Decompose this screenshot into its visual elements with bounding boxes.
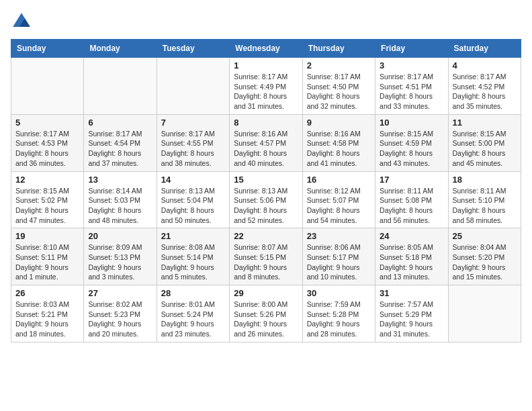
day-detail: Sunrise: 8:17 AM Sunset: 4:52 PM Dayligh… [453, 72, 517, 111]
col-header-thursday: Thursday [302, 40, 375, 58]
day-number: 25 [453, 231, 517, 241]
day-detail: Sunrise: 8:08 AM Sunset: 5:14 PM Dayligh… [161, 242, 225, 282]
day-cell-3: 3Sunrise: 8:17 AM Sunset: 4:51 PM Daylig… [375, 58, 448, 115]
day-number: 3 [380, 60, 443, 71]
day-cell-26: 26Sunrise: 8:03 AM Sunset: 5:21 PM Dayli… [11, 285, 84, 342]
day-detail: Sunrise: 8:14 AM Sunset: 5:03 PM Dayligh… [88, 186, 152, 226]
day-cell-23: 23Sunrise: 8:06 AM Sunset: 5:17 PM Dayli… [302, 228, 375, 285]
empty-cell [157, 58, 229, 115]
day-detail: Sunrise: 8:17 AM Sunset: 4:53 PM Dayligh… [15, 129, 79, 169]
week-row-3: 12Sunrise: 8:15 AM Sunset: 5:02 PM Dayli… [11, 171, 521, 228]
logo [11, 11, 35, 32]
day-detail: Sunrise: 8:10 AM Sunset: 5:11 PM Dayligh… [15, 242, 79, 282]
day-cell-15: 15Sunrise: 8:13 AM Sunset: 5:06 PM Dayli… [230, 171, 302, 228]
week-row-2: 5Sunrise: 8:17 AM Sunset: 4:53 PM Daylig… [11, 114, 521, 171]
day-detail: Sunrise: 8:15 AM Sunset: 5:00 PM Dayligh… [453, 129, 517, 169]
day-cell-18: 18Sunrise: 8:11 AM Sunset: 5:10 PM Dayli… [448, 171, 521, 228]
day-cell-14: 14Sunrise: 8:13 AM Sunset: 5:04 PM Dayli… [157, 171, 229, 228]
day-cell-21: 21Sunrise: 8:08 AM Sunset: 5:14 PM Dayli… [157, 228, 229, 285]
day-number: 28 [161, 288, 225, 298]
day-number: 4 [453, 60, 517, 71]
day-detail: Sunrise: 7:59 AM Sunset: 5:28 PM Dayligh… [307, 300, 371, 339]
day-detail: Sunrise: 8:17 AM Sunset: 4:50 PM Dayligh… [307, 72, 371, 111]
day-detail: Sunrise: 8:13 AM Sunset: 5:06 PM Dayligh… [234, 186, 298, 226]
day-detail: Sunrise: 8:02 AM Sunset: 5:23 PM Dayligh… [88, 300, 152, 339]
week-row-1: 1Sunrise: 8:17 AM Sunset: 4:49 PM Daylig… [11, 58, 521, 115]
day-number: 6 [88, 118, 152, 128]
day-detail: Sunrise: 8:16 AM Sunset: 4:58 PM Dayligh… [307, 129, 371, 169]
day-detail: Sunrise: 8:17 AM Sunset: 4:49 PM Dayligh… [234, 72, 298, 111]
day-detail: Sunrise: 8:17 AM Sunset: 4:51 PM Dayligh… [380, 72, 443, 111]
day-number: 31 [380, 288, 443, 298]
day-detail: Sunrise: 8:03 AM Sunset: 5:21 PM Dayligh… [15, 300, 79, 339]
day-number: 29 [234, 288, 298, 298]
day-number: 27 [88, 288, 152, 298]
week-row-5: 26Sunrise: 8:03 AM Sunset: 5:21 PM Dayli… [11, 285, 521, 342]
day-detail: Sunrise: 8:07 AM Sunset: 5:15 PM Dayligh… [234, 242, 298, 282]
day-detail: Sunrise: 7:57 AM Sunset: 5:29 PM Dayligh… [380, 300, 443, 339]
day-cell-12: 12Sunrise: 8:15 AM Sunset: 5:02 PM Dayli… [11, 171, 84, 228]
day-cell-7: 7Sunrise: 8:17 AM Sunset: 4:55 PM Daylig… [157, 114, 229, 171]
day-number: 12 [15, 175, 79, 185]
day-cell-9: 9Sunrise: 8:16 AM Sunset: 4:58 PM Daylig… [302, 114, 375, 171]
day-cell-31: 31Sunrise: 7:57 AM Sunset: 5:29 PM Dayli… [375, 285, 448, 342]
day-cell-27: 27Sunrise: 8:02 AM Sunset: 5:23 PM Dayli… [84, 285, 157, 342]
col-header-friday: Friday [375, 40, 448, 58]
day-number: 20 [88, 231, 152, 241]
day-cell-25: 25Sunrise: 8:04 AM Sunset: 5:20 PM Dayli… [448, 228, 521, 285]
day-detail: Sunrise: 8:15 AM Sunset: 5:02 PM Dayligh… [15, 186, 79, 226]
col-header-monday: Monday [84, 40, 157, 58]
col-header-wednesday: Wednesday [230, 40, 302, 58]
day-cell-10: 10Sunrise: 8:15 AM Sunset: 4:59 PM Dayli… [375, 114, 448, 171]
day-number: 16 [307, 175, 371, 185]
empty-cell [84, 58, 157, 115]
day-cell-5: 5Sunrise: 8:17 AM Sunset: 4:53 PM Daylig… [11, 114, 84, 171]
day-number: 13 [88, 175, 152, 185]
day-detail: Sunrise: 8:13 AM Sunset: 5:04 PM Dayligh… [161, 186, 225, 226]
day-detail: Sunrise: 8:01 AM Sunset: 5:24 PM Dayligh… [161, 300, 225, 339]
day-cell-11: 11Sunrise: 8:15 AM Sunset: 5:00 PM Dayli… [448, 114, 521, 171]
day-number: 15 [234, 175, 298, 185]
empty-cell [11, 58, 84, 115]
day-number: 19 [15, 231, 79, 241]
day-detail: Sunrise: 8:05 AM Sunset: 5:18 PM Dayligh… [380, 242, 443, 282]
day-number: 26 [15, 288, 79, 298]
day-cell-19: 19Sunrise: 8:10 AM Sunset: 5:11 PM Dayli… [11, 228, 84, 285]
day-cell-16: 16Sunrise: 8:12 AM Sunset: 5:07 PM Dayli… [302, 171, 375, 228]
day-number: 7 [161, 118, 225, 128]
day-number: 2 [307, 60, 371, 71]
day-cell-2: 2Sunrise: 8:17 AM Sunset: 4:50 PM Daylig… [302, 58, 375, 115]
day-detail: Sunrise: 8:06 AM Sunset: 5:17 PM Dayligh… [307, 242, 371, 282]
day-cell-17: 17Sunrise: 8:11 AM Sunset: 5:08 PM Dayli… [375, 171, 448, 228]
day-cell-8: 8Sunrise: 8:16 AM Sunset: 4:57 PM Daylig… [230, 114, 302, 171]
day-number: 21 [161, 231, 225, 241]
day-cell-4: 4Sunrise: 8:17 AM Sunset: 4:52 PM Daylig… [448, 58, 521, 115]
day-number: 18 [453, 175, 517, 185]
day-detail: Sunrise: 8:17 AM Sunset: 4:55 PM Dayligh… [161, 129, 225, 169]
day-detail: Sunrise: 8:04 AM Sunset: 5:20 PM Dayligh… [453, 242, 517, 282]
day-number: 8 [234, 118, 298, 128]
day-detail: Sunrise: 8:12 AM Sunset: 5:07 PM Dayligh… [307, 186, 371, 226]
day-cell-29: 29Sunrise: 8:00 AM Sunset: 5:26 PM Dayli… [230, 285, 302, 342]
col-header-tuesday: Tuesday [157, 40, 229, 58]
col-header-sunday: Sunday [11, 40, 84, 58]
day-cell-1: 1Sunrise: 8:17 AM Sunset: 4:49 PM Daylig… [230, 58, 302, 115]
calendar-header-row: SundayMondayTuesdayWednesdayThursdayFrid… [11, 40, 521, 58]
day-detail: Sunrise: 8:09 AM Sunset: 5:13 PM Dayligh… [88, 242, 152, 282]
day-detail: Sunrise: 8:17 AM Sunset: 4:54 PM Dayligh… [88, 129, 152, 169]
day-number: 14 [161, 175, 225, 185]
page-header [11, 11, 521, 32]
day-number: 22 [234, 231, 298, 241]
day-number: 10 [380, 118, 443, 128]
logo-icon [11, 11, 32, 32]
day-cell-24: 24Sunrise: 8:05 AM Sunset: 5:18 PM Dayli… [375, 228, 448, 285]
day-number: 11 [453, 118, 517, 128]
day-number: 5 [15, 118, 79, 128]
day-detail: Sunrise: 8:15 AM Sunset: 4:59 PM Dayligh… [380, 129, 443, 169]
day-cell-28: 28Sunrise: 8:01 AM Sunset: 5:24 PM Dayli… [157, 285, 229, 342]
day-detail: Sunrise: 8:00 AM Sunset: 5:26 PM Dayligh… [234, 300, 298, 339]
day-number: 30 [307, 288, 371, 298]
day-number: 1 [234, 60, 298, 71]
col-header-saturday: Saturday [448, 40, 521, 58]
day-number: 24 [380, 231, 443, 241]
